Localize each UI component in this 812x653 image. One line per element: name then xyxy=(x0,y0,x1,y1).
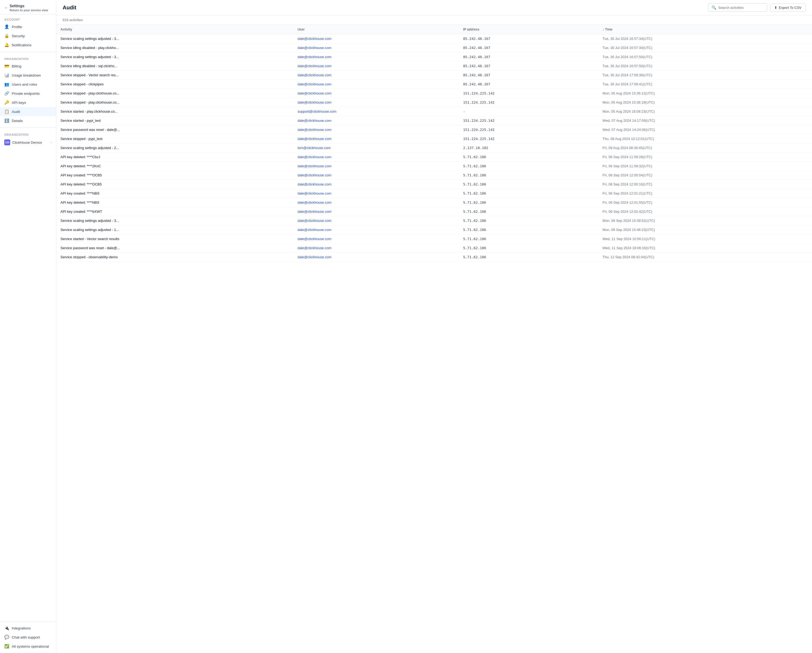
activity-col-header: Activity xyxy=(56,25,293,34)
org-icon: CH xyxy=(4,139,10,145)
cell-user: dale@clickhouse.com xyxy=(293,162,459,171)
table-row[interactable]: API key created: ****hBl3 dale@clickhous… xyxy=(56,189,812,198)
sidebar-item-chat-support[interactable]: 💬 Chat with support xyxy=(0,633,56,642)
table-row[interactable]: Service password was reset - dale@... da… xyxy=(56,244,812,253)
cell-time: Fri, 06 Sep 2024 11:59:32(UTC) xyxy=(598,162,812,171)
cell-user: tom@clickhouse.com xyxy=(293,143,459,153)
search-box[interactable]: 🔍 xyxy=(708,3,767,12)
cell-activity: API key deleted: ****2KnC xyxy=(56,162,293,171)
sidebar-bottom: 🔌 Integrations 💬 Chat with support ✅ All… xyxy=(0,621,56,653)
cell-user: dale@clickhouse.com xyxy=(293,116,459,125)
org-clickhouse-demos[interactable]: CH ClickHouse Demos › xyxy=(0,137,56,148)
table-row[interactable]: Service scaling settings adjusted - 3...… xyxy=(56,34,812,43)
sidebar-item-label: Integrations xyxy=(12,626,31,630)
cell-activity: Service idling disabled - play.clickho..… xyxy=(56,43,293,52)
cell-time: Mon, 09 Sep 2024 15:46:23(UTC) xyxy=(598,225,812,235)
org-section2-label: Organization xyxy=(0,130,56,137)
cell-ip: 151.224.225.142 xyxy=(459,116,598,125)
table-row[interactable]: Service stopped - Vector search res... d… xyxy=(56,71,812,80)
table-row[interactable]: API key deleted: ****hBl3 dale@clickhous… xyxy=(56,198,812,207)
cell-time: Mon, 05 Aug 2024 15:36:12(UTC) xyxy=(598,89,812,98)
ip-col-header: IP address xyxy=(459,25,598,34)
sidebar-item-integrations[interactable]: 🔌 Integrations xyxy=(0,624,56,633)
sidebar-item-profile[interactable]: 👤 Profile xyxy=(0,22,56,31)
cell-ip: 5.71.62.186 xyxy=(459,171,598,180)
cell-activity: Service stopped - observability-demo xyxy=(56,253,293,262)
table-row[interactable]: Service idling disabled - sql.clickho...… xyxy=(56,61,812,71)
cell-time: Wed, 11 Sep 2024 10:56:11(UTC) xyxy=(598,235,812,244)
sidebar-item-label: Profile xyxy=(12,25,22,29)
sidebar-item-usage-breakdown[interactable]: 📊 Usage breakdown xyxy=(0,71,56,80)
cell-user: dale@clickhouse.com xyxy=(293,198,459,207)
cell-user: dale@clickhouse.com xyxy=(293,98,459,107)
cell-activity: Service started - play.clickhouse.co... xyxy=(56,107,293,116)
details-icon: ℹ️ xyxy=(4,118,9,123)
sidebar-item-label: Private endpoints xyxy=(12,92,40,96)
table-row[interactable]: Service scaling settings adjusted - 1...… xyxy=(56,225,812,235)
cell-time: Tue, 30 Jul 2024 16:57:34(UTC) xyxy=(598,43,812,52)
sidebar-item-label: Details xyxy=(12,119,23,123)
cell-ip: 5.71.62.186 xyxy=(459,153,598,162)
table-row[interactable]: Service stopped - observability-demo dal… xyxy=(56,253,812,262)
table-row[interactable]: Service started - pypi_test dale@clickho… xyxy=(56,116,812,125)
sidebar-item-billing[interactable]: 💳 Billing xyxy=(0,61,56,71)
main-content: Audit 🔍 ⬆ Export To CSV 918 activities A… xyxy=(56,0,812,653)
cell-user: dale@clickhouse.com xyxy=(293,216,459,225)
table-row[interactable]: Service stopped - play.clickhouse.co... … xyxy=(56,89,812,98)
table-row[interactable]: API key deleted: ****2KnC dale@clickhous… xyxy=(56,162,812,171)
sidebar-item-details[interactable]: ℹ️ Details xyxy=(0,116,56,125)
table-header: Activity User IP address ↓ Time xyxy=(56,25,812,34)
table-row[interactable]: API key deleted: ****OCB5 dale@clickhous… xyxy=(56,180,812,189)
integrations-icon: 🔌 xyxy=(4,626,9,630)
cell-user: dale@clickhouse.com xyxy=(293,61,459,71)
cell-activity: Service started - Vector search results xyxy=(56,235,293,244)
cell-ip: 5.71.62.186 xyxy=(459,162,598,171)
cell-activity: API key created: ****hBl3 xyxy=(56,189,293,198)
sidebar-divider-1 xyxy=(0,52,56,52)
audit-icon: 📋 xyxy=(4,109,9,114)
table-row[interactable]: Service stopped - play.clickhouse.co... … xyxy=(56,98,812,107)
cell-activity: Service started - pypi_test xyxy=(56,116,293,125)
table-row[interactable]: Service started - play.clickhouse.co... … xyxy=(56,107,812,116)
table-row[interactable]: Service stopped - clickpipes dale@clickh… xyxy=(56,80,812,89)
table-row[interactable]: Service password was reset - dale@... da… xyxy=(56,125,812,134)
time-col-header[interactable]: ↓ Time xyxy=(598,25,812,34)
table-row[interactable]: Service idling disabled - play.clickho..… xyxy=(56,43,812,52)
table-row[interactable]: API key created: ****OCB5 dale@clickhous… xyxy=(56,171,812,180)
table-row[interactable]: Service stopped - pypi_test dale@clickho… xyxy=(56,134,812,143)
settings-back[interactable]: ← Settings Return to your service view xyxy=(4,4,52,12)
sidebar-item-security[interactable]: 🔒 Security xyxy=(0,31,56,40)
table-row[interactable]: API key deleted: ****CbzJ dale@clickhous… xyxy=(56,153,812,162)
notifications-icon: 🔔 xyxy=(4,43,9,47)
cell-time: Wed, 11 Sep 2024 18:06:16(UTC) xyxy=(598,244,812,253)
table-row[interactable]: Service started - Vector search results … xyxy=(56,235,812,244)
export-csv-button[interactable]: ⬆ Export To CSV xyxy=(770,3,806,12)
profile-icon: 👤 xyxy=(4,24,9,29)
return-label: Return to your service view xyxy=(10,9,48,12)
table-row[interactable]: Service scaling settings adjusted - 3...… xyxy=(56,216,812,225)
cell-time: Tue, 30 Jul 2024 16:57:50(UTC) xyxy=(598,61,812,71)
cell-time: Mon, 05 Aug 2024 16:08:23(UTC) xyxy=(598,107,812,116)
cell-ip: 5.71.62.186 xyxy=(459,198,598,207)
table-row[interactable]: Service scaling settings adjusted - 3...… xyxy=(56,52,812,61)
sidebar-item-audit[interactable]: 📋 Audit xyxy=(0,107,56,116)
sidebar-item-private-endpoints[interactable]: 🔗 Private endpoints xyxy=(0,89,56,98)
sidebar-item-label: Audit xyxy=(12,110,20,114)
sidebar-item-api-keys[interactable]: 🔑 API keys xyxy=(0,98,56,107)
cell-ip: 5.71.62.186 xyxy=(459,253,598,262)
cell-user: dale@clickhouse.com xyxy=(293,134,459,143)
cell-user: dale@clickhouse.com xyxy=(293,80,459,89)
sidebar-item-label: Billing xyxy=(12,64,21,68)
cell-ip: - xyxy=(459,107,598,116)
org-name: ClickHouse Demos xyxy=(12,140,42,145)
sidebar-item-users-and-roles[interactable]: 👥 Users and roles xyxy=(0,80,56,89)
page-title: Audit xyxy=(63,5,76,11)
sidebar-item-notifications[interactable]: 🔔 Notifications xyxy=(0,40,56,49)
sidebar-item-systems-status[interactable]: ✅ All systems operational xyxy=(0,642,56,651)
table-row[interactable]: Service scaling settings adjusted - 2...… xyxy=(56,143,812,153)
search-input[interactable] xyxy=(718,6,763,10)
organization-section-label: Organization xyxy=(0,54,56,61)
table-row[interactable]: API key created: ****bXWT dale@clickhous… xyxy=(56,207,812,216)
export-label: Export To CSV xyxy=(779,6,801,10)
cell-activity: Service password was reset - dale@... xyxy=(56,125,293,134)
